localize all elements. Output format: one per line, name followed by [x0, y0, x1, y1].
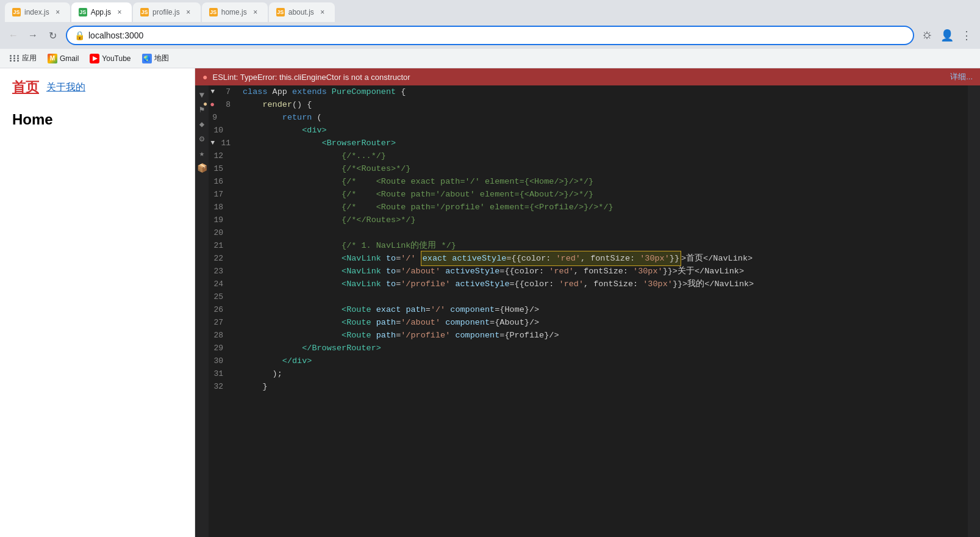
tab-favicon-profile: JS	[140, 8, 149, 16]
tab-label-profile: profile.js	[152, 8, 180, 16]
gutter-line-18: 18	[209, 201, 231, 214]
gutter-line-21: 21	[209, 239, 231, 252]
tab-label-about: about.js	[288, 8, 314, 16]
tab-close-profile[interactable]: ×	[184, 7, 193, 17]
profile-button[interactable]: 👤	[939, 27, 956, 44]
bookmarks-bar: 应用 M Gmail YouTube 🌏 地图	[0, 49, 980, 68]
code-line-29: </BrowserRouter>	[243, 342, 968, 355]
tab-label-home: home.js	[221, 8, 247, 16]
gutter-line-16: 16	[209, 175, 231, 188]
tab-profile-js[interactable]: JS profile.js ×	[133, 2, 201, 22]
code-line-27: <Route path='/about' component={About}/>	[243, 316, 968, 329]
code-line-23: <NavLink to='/about' activeStyle={{color…	[243, 265, 968, 278]
tab-label-app: App.js	[91, 8, 111, 16]
bookmark-maps[interactable]: 🌏 地图	[137, 51, 174, 65]
lock-icon: 🔒	[74, 31, 85, 40]
gutter-line-26: 26	[209, 303, 231, 316]
nav-buttons: ← → ↻	[5, 27, 61, 44]
preview-nav: 首页 关于我的	[0, 68, 195, 101]
preview-about-link[interactable]: 关于我的	[46, 81, 85, 94]
browser-chrome: JS index.js × JS App.js × JS profile.js …	[0, 0, 980, 68]
side-panel: ▼ ⚑ ◆ ⚙ ★ 📦	[195, 85, 209, 537]
tab-close-about[interactable]: ×	[318, 7, 327, 17]
error-circle-icon: ●	[202, 72, 207, 82]
line-number-gutter: ▼7 ●●8 9 10 ▼11 12 15 16 17 18 19 20 21 …	[209, 85, 238, 537]
gutter-line-23: 23	[209, 265, 231, 278]
tab-label-index: index.js	[24, 8, 49, 16]
settings-icon[interactable]: ⚙	[197, 134, 207, 144]
collapse-arrow-7[interactable]: ▼	[210, 85, 215, 98]
code-editor-content[interactable]: class App extends PureComponent { render…	[238, 85, 968, 537]
gutter-line-19: 19	[209, 214, 231, 226]
code-line-9: return (	[243, 111, 968, 124]
gutter-line-17: 17	[209, 188, 231, 201]
bookmark-youtube[interactable]: YouTube	[85, 52, 135, 65]
reload-button[interactable]: ↻	[44, 27, 61, 44]
tab-home-js[interactable]: JS home.js ×	[202, 2, 268, 22]
code-line-8: render() {	[243, 98, 968, 111]
main-area: 首页 关于我的 Home ● ESLint: TypeError: this.c…	[0, 68, 980, 537]
diamond-icon[interactable]: ◆	[197, 120, 207, 129]
tabs-bar: JS index.js × JS App.js × JS profile.js …	[0, 0, 980, 22]
code-line-26: <Route exact path='/' component={Home}/>	[243, 303, 968, 316]
package-icon[interactable]: 📦	[197, 164, 207, 173]
code-line-21: {/* 1. NavLink的使用 */}	[243, 239, 968, 252]
gutter-line-12: 12	[209, 150, 231, 162]
star-icon[interactable]: ★	[197, 149, 207, 159]
toolbar-actions: ⛭ 👤 ⋮	[919, 27, 975, 44]
gutter-bookmark-8: ●	[203, 98, 207, 111]
gutter-line-25: 25	[209, 290, 231, 303]
gutter-line-11: ▼11	[209, 137, 231, 150]
tab-app-js[interactable]: JS App.js ×	[71, 2, 132, 22]
bookmark-gmail-label: Gmail	[60, 54, 79, 63]
code-line-22: <NavLink to='/' exact activeStyle={{colo…	[243, 252, 968, 265]
code-line-25	[243, 290, 968, 303]
preview-pane: 首页 关于我的 Home	[0, 68, 195, 537]
more-button[interactable]: ⋮	[958, 27, 975, 44]
gutter-line-10: 10	[209, 124, 231, 137]
browser-toolbar: ← → ↻ 🔒 ⛭ 👤 ⋮	[0, 22, 980, 49]
code-line-11: <BrowserRouter>	[243, 137, 968, 150]
code-line-31: );	[243, 367, 968, 380]
code-line-7: class App extends PureComponent {	[243, 85, 968, 98]
gutter-line-31: 31	[209, 367, 231, 380]
apps-icon	[10, 54, 20, 63]
code-line-17: {/* <Route path='/about' element={<About…	[243, 188, 968, 201]
tab-favicon-home: JS	[209, 8, 218, 16]
gutter-line-28: 28	[209, 329, 231, 342]
gutter-line-32: 32	[209, 380, 231, 393]
gutter-line-8: ●●8	[209, 98, 231, 111]
error-detail-link[interactable]: 详细...	[950, 71, 973, 82]
back-button[interactable]: ←	[5, 27, 22, 44]
forward-button[interactable]: →	[24, 27, 41, 44]
address-bar[interactable]	[88, 31, 906, 40]
gutter-line-22: 22	[209, 252, 231, 265]
bookmark-apps[interactable]: 应用	[5, 51, 41, 65]
tab-close-index[interactable]: ×	[53, 7, 63, 17]
preview-home-link[interactable]: 首页	[12, 78, 39, 96]
code-line-10: <div>	[243, 124, 968, 137]
tab-index-js[interactable]: JS index.js ×	[5, 2, 70, 22]
tab-close-app[interactable]: ×	[115, 7, 124, 17]
code-line-19: {/*</Routes>*/}	[243, 214, 968, 226]
bookmark-apps-label: 应用	[22, 53, 37, 63]
code-line-20	[243, 226, 968, 239]
code-line-32: }	[243, 380, 968, 393]
gutter-line-27: 27	[209, 316, 231, 329]
gutter-line-7: ▼7	[209, 85, 231, 98]
address-bar-container[interactable]: 🔒	[66, 26, 914, 45]
bookmark-gmail[interactable]: M Gmail	[43, 52, 84, 65]
error-banner: ● ESLint: TypeError: this.cliEngineCtor …	[195, 68, 980, 85]
code-line-15: {/*<Routes>*/}	[243, 162, 968, 175]
minimap	[968, 85, 980, 537]
collapse-arrow-11[interactable]: ▼	[210, 137, 215, 150]
tab-about-js[interactable]: JS about.js ×	[269, 2, 335, 22]
code-area: ▼ ⚑ ◆ ⚙ ★ 📦 ▼7 ●●8 9 10 ▼11 12 15 16 17 …	[195, 85, 980, 537]
extensions-button[interactable]: ⛭	[919, 27, 936, 44]
tab-close-home[interactable]: ×	[251, 7, 260, 17]
code-line-18: {/* <Route path='/profile' element={<Pro…	[243, 201, 968, 214]
gutter-line-15: 15	[209, 162, 231, 175]
tab-favicon-about: JS	[276, 8, 285, 16]
maps-icon: 🌏	[142, 54, 152, 63]
gmail-icon: M	[48, 54, 57, 63]
